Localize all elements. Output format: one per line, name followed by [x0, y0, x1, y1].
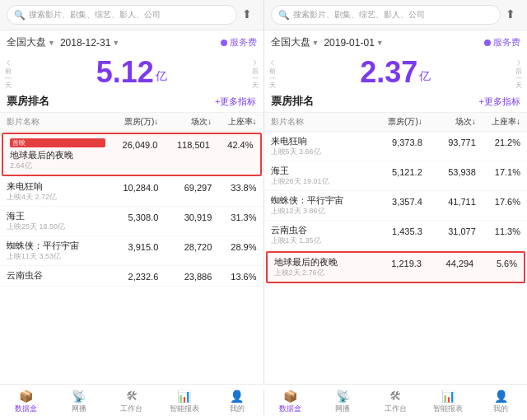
date-filter[interactable]: 2019-01-01 ▼: [324, 37, 383, 49]
nav-label: 数据盒: [279, 404, 301, 414]
nav-item-数据盒[interactable]: 📦 数据盒: [264, 385, 317, 420]
nav-item-我的[interactable]: 👤 我的: [211, 385, 264, 420]
unit-label: 亿: [419, 69, 431, 87]
date-filter[interactable]: 2018-12-31 ▼: [60, 37, 119, 49]
movie-name: 蜘蛛侠：平行宇宙: [7, 240, 105, 251]
next-day-button[interactable]: › 后 一 天: [249, 55, 262, 90]
movie-info: 云南虫谷 上映1天 1.35亿: [271, 225, 369, 245]
movie-sub: 上映4天 2.72亿: [7, 193, 105, 202]
nav-icon: 👤: [230, 390, 244, 402]
table-row[interactable]: 云南虫谷 2,232.6 23,886 13.6%: [0, 266, 264, 287]
share-icon[interactable]: ⬆: [242, 7, 257, 22]
nav-label: 我的: [230, 404, 245, 414]
header-tickets[interactable]: 票房(万)↓: [369, 116, 422, 128]
panel-right: 🔍 搜索影片、剧集、综艺、影人、公司 ⬆ 全国大盘 ▼ 2019-01-01 ▼…: [264, 0, 528, 384]
unit-label: 亿: [156, 69, 167, 87]
filter-row: 全国大盘 ▼ 2018-12-31 ▼ 服务费: [0, 30, 264, 54]
movie-sub: 上映1天 1.35亿: [271, 236, 369, 245]
movie-name: 蜘蛛侠：平行宇宙: [271, 195, 369, 206]
prev-day-button[interactable]: ‹ 前 一 天: [2, 55, 15, 90]
next-day-button[interactable]: › 后 一 天: [512, 55, 525, 90]
nav-icon: 📡: [72, 390, 86, 402]
rate-value: 33.8%: [212, 181, 256, 193]
date-label: 2019-01-01: [324, 37, 374, 49]
nav-label: 工作台: [120, 404, 142, 414]
search-input[interactable]: 🔍 搜索影片、剧集、综艺、影人、公司: [271, 5, 501, 25]
more-link[interactable]: +更多指标: [479, 96, 520, 108]
table-row[interactable]: 地球最后的夜晚 上映2天 2.76亿 1,219.3 44,294 5.6%: [266, 251, 526, 283]
table-body: 来电狂响 上映5天 3.66亿 9,373.8 93,771 21.2% 海王 …: [264, 132, 528, 384]
table-row[interactable]: 云南虫谷 上映1天 1.35亿 1,435.3 31,077 11.3%: [264, 221, 528, 250]
date-label: 2018-12-31: [60, 37, 110, 49]
table-row[interactable]: 海王 上映25天 18.50亿 5,308.0 30,919 31.3%: [0, 207, 264, 236]
section-title: 票房排名 +更多指标: [264, 89, 528, 113]
header-sessions[interactable]: 场次↓: [158, 116, 212, 128]
sessions-value: 93,771: [422, 136, 476, 147]
header-tickets[interactable]: 票房(万)↓: [105, 116, 158, 128]
sessions-value: 118,501: [157, 138, 209, 150]
nav-label: 智能报表: [170, 404, 199, 414]
nav-item-智能报表[interactable]: 📊 智能报表: [422, 385, 474, 420]
search-placeholder: 搜索影片、剧集、综艺、影人、公司: [29, 9, 161, 21]
nav-item-网播[interactable]: 📡 网播: [316, 385, 369, 420]
prev-day-button[interactable]: ‹ 前 一 天: [266, 55, 279, 90]
rate-value: 11.3%: [476, 225, 520, 236]
sessions-value: 44,294: [422, 257, 473, 268]
table-row[interactable]: 来电狂响 上映5天 3.66亿 9,373.8 93,771 21.2%: [264, 132, 528, 161]
market-arrow: ▼: [48, 39, 55, 47]
header-name: 影片名称: [7, 116, 105, 128]
movie-name: 云南虫谷: [271, 225, 369, 236]
table-row[interactable]: 蜘蛛侠：平行宇宙 上映12天 3.86亿 3,357.4 41,711 17.6…: [264, 191, 528, 221]
table-row[interactable]: 首映 地球最后的夜晚 2.64亿 26,049.0 118,501 42.4%: [2, 133, 262, 176]
movie-sub: 上映11天 3.53亿: [7, 252, 105, 261]
nav-item-智能报表[interactable]: 📊 智能报表: [158, 385, 211, 420]
section-title-text: 票房排名: [7, 94, 49, 109]
share-icon[interactable]: ⬆: [506, 7, 520, 22]
header-rate[interactable]: 上座率↓: [476, 116, 520, 128]
nav-item-工作台[interactable]: 🛠 工作台: [105, 385, 158, 420]
header-sessions[interactable]: 场次↓: [422, 116, 476, 128]
main-number-row: ‹ 前 一 天 2.37 亿 › 后 一 天: [264, 54, 528, 89]
movie-info: 来电狂响 上映5天 3.66亿: [271, 136, 369, 156]
nav-label: 工作台: [385, 404, 407, 414]
table-row[interactable]: 来电狂响 上映4天 2.72亿 10,284.0 69,297 33.8%: [0, 177, 264, 207]
nav-icon: 📦: [283, 390, 297, 402]
tickets-value: 2,232.6: [105, 270, 158, 282]
rate-value: 31.3%: [212, 211, 256, 222]
search-input[interactable]: 🔍 搜索影片、剧集、综艺、影人、公司: [7, 5, 237, 25]
market-filter[interactable]: 全国大盘 ▼: [7, 35, 55, 49]
panel-left: 🔍 搜索影片、剧集、综艺、影人、公司 ⬆ 全国大盘 ▼ 2018-12-31 ▼…: [0, 0, 264, 384]
market-label: 全国大盘: [271, 35, 310, 49]
nav-item-我的[interactable]: 👤 我的: [474, 385, 527, 420]
header-rate[interactable]: 上座率↓: [212, 116, 256, 128]
nav-item-网播[interactable]: 📡 网播: [53, 385, 105, 420]
rate-value: 21.2%: [476, 136, 520, 147]
service-label: 服务费: [493, 36, 520, 49]
movie-name: 地球最后的夜晚: [274, 257, 370, 268]
nav-item-工作台[interactable]: 🛠 工作台: [369, 385, 422, 420]
sessions-value: 28,720: [158, 240, 212, 252]
number-center: 2.37 亿: [360, 58, 431, 87]
movie-info: 蜘蛛侠：平行宇宙 上映12天 3.86亿: [271, 195, 369, 216]
table-row[interactable]: 蜘蛛侠：平行宇宙 上映11天 3.53亿 3,915.0 28,720 28.9…: [0, 236, 264, 266]
nav-item-数据盒[interactable]: 📦 数据盒: [0, 385, 53, 420]
service-label: 服务费: [230, 36, 257, 49]
movie-name: 地球最后的夜晚: [10, 150, 105, 161]
tickets-value: 5,308.0: [105, 211, 158, 222]
nav-half-left: 📦 数据盒 📡 网播 🛠 工作台 📊 智能报表 👤 我的: [0, 385, 264, 420]
nav-icon: 📊: [177, 390, 191, 402]
table-header: 影片名称 票房(万)↓ 场次↓ 上座率↓: [0, 113, 264, 132]
rate-value: 42.4%: [210, 138, 254, 150]
more-link[interactable]: +更多指标: [215, 96, 256, 108]
table-row[interactable]: 海王 上映26天 19.01亿 5,121.2 53,938 17.1%: [264, 161, 528, 191]
market-filter[interactable]: 全国大盘 ▼: [271, 35, 319, 49]
panels-container: 🔍 搜索影片、剧集、综艺、影人、公司 ⬆ 全国大盘 ▼ 2018-12-31 ▼…: [0, 0, 527, 384]
service-dot: [484, 40, 491, 46]
tickets-value: 3,915.0: [105, 240, 158, 252]
new-badge: 首映: [10, 138, 105, 147]
market-label: 全国大盘: [7, 35, 46, 49]
tickets-value: 10,284.0: [105, 181, 158, 193]
date-arrow: ▼: [112, 39, 119, 47]
movie-sub: 上映2天 2.76亿: [274, 268, 370, 278]
search-bar: 🔍 搜索影片、剧集、综艺、影人、公司 ⬆: [0, 0, 264, 30]
